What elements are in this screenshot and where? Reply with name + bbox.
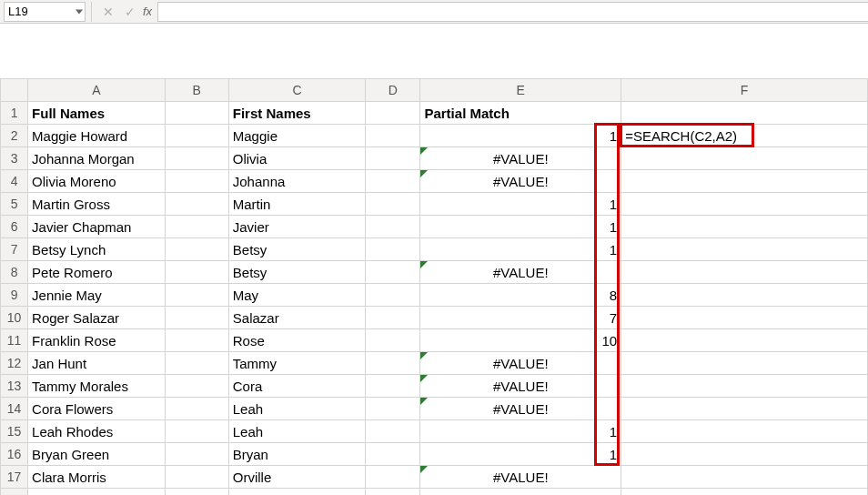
spreadsheet-grid[interactable]: A B C D E F 1Full NamesFirst NamesPartia… bbox=[0, 78, 868, 495]
cell[interactable] bbox=[165, 238, 228, 261]
cell[interactable] bbox=[621, 398, 868, 420]
cell[interactable] bbox=[165, 216, 228, 238]
cell[interactable]: May bbox=[228, 284, 365, 307]
col-header-b[interactable]: B bbox=[165, 79, 228, 102]
cell[interactable] bbox=[28, 489, 165, 496]
cell[interactable]: =SEARCH(C2,A2) bbox=[621, 125, 868, 147]
cell[interactable] bbox=[165, 284, 228, 307]
cell[interactable]: Martin bbox=[228, 193, 365, 216]
cell[interactable]: 1 bbox=[420, 238, 621, 261]
row-header[interactable]: 14 bbox=[1, 398, 28, 420]
row-header[interactable]: 7 bbox=[1, 238, 28, 261]
cell[interactable] bbox=[165, 102, 228, 125]
cell[interactable]: 10 bbox=[420, 329, 621, 352]
cell[interactable]: 1 bbox=[420, 193, 621, 216]
cell[interactable] bbox=[621, 238, 868, 261]
cell[interactable] bbox=[366, 216, 420, 238]
cell[interactable] bbox=[420, 489, 621, 496]
cell[interactable] bbox=[366, 375, 420, 398]
col-header-e[interactable]: E bbox=[420, 79, 621, 102]
row-header[interactable]: 9 bbox=[1, 284, 28, 307]
cell[interactable] bbox=[366, 329, 420, 352]
cell[interactable]: Rose bbox=[228, 329, 365, 352]
row-header[interactable]: 18 bbox=[1, 489, 28, 496]
cell[interactable] bbox=[366, 352, 420, 375]
fx-label[interactable]: fx bbox=[143, 5, 152, 18]
cell[interactable] bbox=[165, 261, 228, 284]
cell[interactable]: 1 bbox=[420, 125, 621, 147]
cell[interactable] bbox=[621, 193, 868, 216]
cell[interactable]: #VALUE! bbox=[420, 466, 621, 489]
cell[interactable] bbox=[165, 398, 228, 420]
cell[interactable] bbox=[165, 125, 228, 147]
cell[interactable]: #VALUE! bbox=[420, 261, 621, 284]
cell[interactable]: Betsy Lynch bbox=[28, 238, 165, 261]
row-header[interactable]: 4 bbox=[1, 170, 28, 193]
cell[interactable]: #VALUE! bbox=[420, 147, 621, 170]
cell[interactable] bbox=[621, 284, 868, 307]
cell[interactable]: Javier Chapman bbox=[28, 216, 165, 238]
cell[interactable] bbox=[366, 238, 420, 261]
cell[interactable]: 7 bbox=[420, 307, 621, 329]
row-header[interactable]: 11 bbox=[1, 329, 28, 352]
cell[interactable] bbox=[621, 375, 868, 398]
cell[interactable]: Olivia bbox=[228, 147, 365, 170]
cell[interactable] bbox=[366, 261, 420, 284]
cell[interactable]: #VALUE! bbox=[420, 375, 621, 398]
cell[interactable] bbox=[366, 284, 420, 307]
cell[interactable] bbox=[366, 398, 420, 420]
cell[interactable]: 1 bbox=[420, 216, 621, 238]
col-header-a[interactable]: A bbox=[28, 79, 165, 102]
row-header[interactable]: 16 bbox=[1, 443, 28, 466]
cell[interactable]: Maggie bbox=[228, 125, 365, 147]
cell[interactable] bbox=[165, 329, 228, 352]
cell[interactable]: Clara Morris bbox=[28, 466, 165, 489]
cell[interactable] bbox=[228, 489, 365, 496]
cell[interactable] bbox=[621, 307, 868, 329]
row-header[interactable]: 10 bbox=[1, 307, 28, 329]
cell[interactable] bbox=[165, 307, 228, 329]
cell[interactable]: Pete Romero bbox=[28, 261, 165, 284]
col-header-d[interactable]: D bbox=[366, 79, 420, 102]
cell[interactable]: 1 bbox=[420, 420, 621, 443]
cell[interactable] bbox=[366, 307, 420, 329]
cell[interactable]: Partial Match bbox=[420, 102, 621, 125]
cell[interactable] bbox=[621, 170, 868, 193]
row-header[interactable]: 15 bbox=[1, 420, 28, 443]
cell[interactable] bbox=[165, 466, 228, 489]
cell[interactable] bbox=[621, 466, 868, 489]
cell[interactable]: Johanna bbox=[228, 170, 365, 193]
cell[interactable]: Maggie Howard bbox=[28, 125, 165, 147]
cell[interactable]: Tammy bbox=[228, 352, 365, 375]
cell[interactable] bbox=[621, 352, 868, 375]
cell[interactable]: #VALUE! bbox=[420, 170, 621, 193]
cell[interactable] bbox=[165, 352, 228, 375]
row-header[interactable]: 1 bbox=[1, 102, 28, 125]
cell[interactable] bbox=[621, 147, 868, 170]
cell[interactable]: #VALUE! bbox=[420, 398, 621, 420]
cell[interactable]: First Names bbox=[228, 102, 365, 125]
cell[interactable] bbox=[366, 420, 420, 443]
row-header[interactable]: 2 bbox=[1, 125, 28, 147]
row-header[interactable]: 8 bbox=[1, 261, 28, 284]
cell[interactable]: Betsy bbox=[228, 238, 365, 261]
cell[interactable]: Cora bbox=[228, 375, 365, 398]
cell[interactable] bbox=[366, 147, 420, 170]
cell[interactable] bbox=[621, 420, 868, 443]
cell[interactable] bbox=[366, 102, 420, 125]
row-header[interactable]: 6 bbox=[1, 216, 28, 238]
cell[interactable]: 8 bbox=[420, 284, 621, 307]
cell[interactable]: Roger Salazar bbox=[28, 307, 165, 329]
row-header[interactable]: 12 bbox=[1, 352, 28, 375]
cell[interactable] bbox=[165, 443, 228, 466]
row-header[interactable]: 3 bbox=[1, 147, 28, 170]
cell[interactable]: #VALUE! bbox=[420, 352, 621, 375]
formula-input[interactable] bbox=[157, 2, 868, 22]
cell[interactable]: Bryan Green bbox=[28, 443, 165, 466]
cell[interactable] bbox=[621, 489, 868, 496]
select-all-corner[interactable] bbox=[1, 79, 28, 102]
cell[interactable] bbox=[165, 170, 228, 193]
cell[interactable] bbox=[366, 125, 420, 147]
cell[interactable]: Full Names bbox=[28, 102, 165, 125]
cell[interactable] bbox=[165, 147, 228, 170]
